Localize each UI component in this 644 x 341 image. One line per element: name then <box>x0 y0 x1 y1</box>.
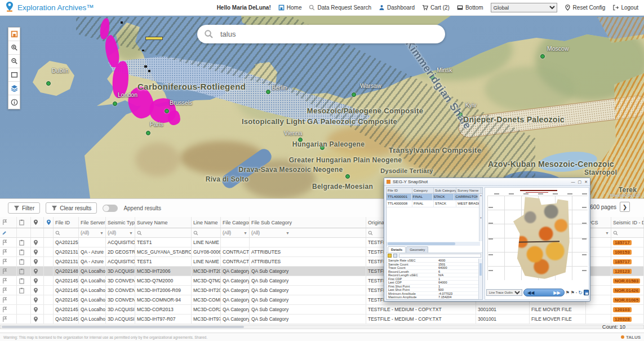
zoom-in-tool-button[interactable] <box>8 41 20 55</box>
row-icon-cell[interactable] <box>31 286 44 295</box>
filter-cell[interactable] <box>54 228 79 237</box>
row-marker-icon[interactable] <box>33 307 39 313</box>
popup-grid-vscroll[interactable]: ▲▼ <box>479 194 482 241</box>
filter-cell[interactable] <box>192 228 221 237</box>
row-pin-icon[interactable] <box>2 307 8 313</box>
map-search-bar[interactable]: talus <box>197 25 445 43</box>
row-pin-icon[interactable] <box>2 316 8 322</box>
row-icon-cell[interactable] <box>31 247 44 256</box>
popup-grid-row[interactable]: TTL4000008FINALSTACKWEST BRADLEY 3D <box>387 201 482 207</box>
row-pin-icon[interactable] <box>2 249 8 255</box>
filter-search-icon[interactable] <box>368 231 373 236</box>
save-icon[interactable] <box>584 290 589 295</box>
nav-item-data-request-search[interactable]: Data Request Search <box>309 5 371 11</box>
row-pin-icon[interactable] <box>2 259 8 265</box>
row-pin-icon[interactable] <box>2 297 8 303</box>
logout-button[interactable]: Logout <box>612 5 638 11</box>
popup-tab-details[interactable]: Details <box>388 246 406 253</box>
row-icon-cell[interactable] <box>17 286 31 295</box>
refresh-icon[interactable]: ↻ <box>578 290 583 295</box>
table-horizontal-scrollbar[interactable] <box>0 325 644 329</box>
row-clipboard-icon[interactable] <box>19 249 25 255</box>
forward-icon[interactable]: ▶▶ <box>553 290 560 295</box>
reset-config-button[interactable]: Reset Config <box>565 5 606 11</box>
col-header-survey-name[interactable]: Survey Name <box>135 217 192 228</box>
row-icon-cell[interactable] <box>0 295 17 304</box>
row-pin-icon[interactable] <box>2 278 8 284</box>
row-clipboard-icon[interactable] <box>19 268 25 274</box>
row-icon-cell[interactable] <box>31 276 44 285</box>
nav-item-dashboard[interactable]: Dashboard <box>379 5 415 11</box>
popup-tab-geometry[interactable]: Geometry <box>406 246 428 253</box>
region-select[interactable]: Global <box>491 3 557 12</box>
col-header-file-id[interactable]: File ID <box>54 217 79 228</box>
row-marker-icon[interactable] <box>33 278 39 284</box>
next-page-button[interactable]: ❯ <box>620 202 630 212</box>
row-icon-cell[interactable] <box>31 257 44 266</box>
filter-search-icon[interactable] <box>613 231 618 236</box>
city-dot-berlin[interactable] <box>266 90 270 94</box>
row-marker-icon[interactable] <box>33 268 39 274</box>
row-icon-cell[interactable] <box>17 247 31 256</box>
col-header-file-category[interactable]: File Category <box>221 217 250 228</box>
popup-grid-hscroll[interactable] <box>387 242 480 246</box>
col-header-file-server[interactable]: File Server <box>79 217 106 228</box>
table-row[interactable]: QA202145QA Localhost3D ACQUISITIONMC3D-C… <box>0 305 644 315</box>
folder-icon[interactable] <box>388 254 392 258</box>
row-icon-cell[interactable] <box>31 238 44 247</box>
city-dot-moscow[interactable] <box>540 54 545 59</box>
filter-button[interactable]: Filter <box>8 202 40 214</box>
append-results-toggle[interactable] <box>103 205 118 212</box>
extent-tool-button[interactable] <box>8 68 20 82</box>
filter-cell[interactable] <box>135 228 192 237</box>
col-header-file-sub-category[interactable]: File Sub Category <box>250 217 366 228</box>
trace-nav-pill[interactable]: ◀◀ ▶▶ <box>523 289 565 296</box>
row-icon-cell[interactable] <box>0 238 17 247</box>
row-icon-cell[interactable] <box>0 315 17 324</box>
row-icon-cell[interactable] <box>0 257 17 266</box>
trace-outline-select[interactable]: Line Trace Outline <box>486 289 522 296</box>
filter-search-icon[interactable] <box>137 231 142 236</box>
popup-grid-row[interactable]: TTL4000001FINALSTACKCARRINGTON 3D▾ <box>387 194 482 201</box>
row-icon-cell[interactable] <box>0 286 17 295</box>
row-icon-cell[interactable] <box>17 257 31 266</box>
filter-search-icon[interactable] <box>193 231 198 236</box>
col-header-seismic-type[interactable]: Seismic Type <box>106 217 135 228</box>
row-marker-icon[interactable] <box>33 316 39 322</box>
nav-item-cart-2-[interactable]: Cart (2) <box>422 5 450 11</box>
flag-start-icon[interactable]: ⚑ <box>566 290 570 295</box>
map[interactable]: DublinLondonBrusselsParisBerlinViennaWar… <box>0 16 644 198</box>
city-dot-brussels[interactable] <box>165 109 169 113</box>
row-marker-icon[interactable] <box>33 249 39 255</box>
col-header-line-name[interactable]: Line Name <box>192 217 221 228</box>
row-icon-cell[interactable] <box>31 295 44 304</box>
maximize-icon[interactable]: ▢ <box>578 180 582 184</box>
popup-props-vscroll[interactable] <box>478 259 482 299</box>
popup-title-bar[interactable]: SEG-Y SnapShot — ▢ ✕ <box>384 178 590 186</box>
row-clipboard-icon[interactable] <box>19 240 25 246</box>
filter-cell[interactable] <box>0 228 17 237</box>
row-marker-icon[interactable] <box>33 259 39 265</box>
row-pin-icon[interactable] <box>2 268 8 274</box>
table-row[interactable]: QA202145QA Localhost3D ACQUISITIONMC3D-I… <box>0 315 644 324</box>
city-dot[interactable] <box>345 174 350 179</box>
row-pin-icon[interactable] <box>2 240 8 246</box>
row-icon-cell[interactable] <box>17 276 31 285</box>
row-marker-icon[interactable] <box>33 240 39 246</box>
city-dot-dublin[interactable] <box>46 81 51 86</box>
row-icon-cell[interactable] <box>17 267 31 276</box>
row-pin-icon[interactable] <box>2 287 8 294</box>
rewind-icon[interactable]: ◀◀ <box>527 290 534 295</box>
row-clipboard-icon[interactable] <box>19 259 25 265</box>
minimize-icon[interactable]: — <box>571 180 575 184</box>
row-icon-cell[interactable] <box>31 305 44 314</box>
filter-edit-icon[interactable] <box>2 231 7 236</box>
nav-item-home[interactable]: Home <box>278 5 302 11</box>
layers-tool-button[interactable] <box>8 82 20 95</box>
filter-cell[interactable] <box>611 228 644 237</box>
segy-snapshot-window[interactable]: SEG-Y SnapShot — ▢ ✕ File IDCategorySub … <box>384 178 590 302</box>
home-tool-button[interactable] <box>8 28 20 41</box>
row-clipboard-icon[interactable] <box>19 278 25 284</box>
row-marker-icon[interactable] <box>33 287 39 294</box>
filter-cell[interactable]: (All)▼ <box>250 228 366 237</box>
